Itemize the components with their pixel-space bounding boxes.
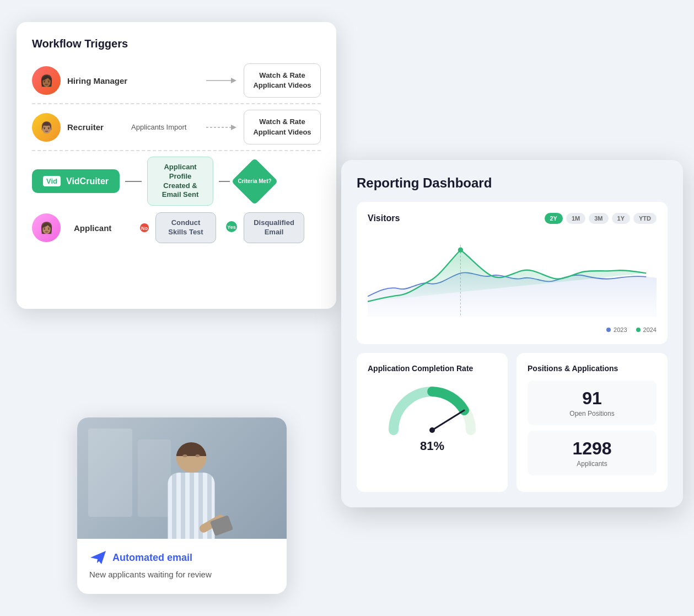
disqualified-box: Disqualified Email [244, 212, 304, 243]
legend-2024: 2024 [636, 326, 657, 333]
svg-marker-1 [231, 78, 236, 83]
chart-title: Visitors [368, 213, 400, 223]
applicant-avatar: 👩🏽 [32, 213, 61, 242]
applicants-number: 1298 [535, 438, 649, 459]
email-label-row: Automated email [89, 549, 275, 566]
svg-text:No: No [141, 226, 148, 231]
workflow-card: Workflow Triggers 👩🏾 Hiring Manager Watc… [17, 22, 336, 309]
visitors-chart-container: Visitors 2Y 1M 3M 1Y YTD [357, 202, 668, 344]
gauge-container: 81% [368, 381, 497, 453]
svg-text:Yes: Yes [227, 224, 236, 230]
applicant-row: 👩🏽 Applicant No Conduct Skills Test Yes … [32, 212, 321, 243]
svg-line-11 [432, 410, 464, 430]
workflow-title: Workflow Triggers [32, 38, 321, 50]
gauge-value: 81% [420, 439, 444, 453]
legend-2023: 2023 [606, 326, 627, 333]
vid-badge: Vid [43, 176, 61, 186]
applicants-label: Applicants [535, 460, 649, 468]
svg-marker-3 [231, 125, 236, 130]
dashboard-card: Reporting Dashboard Visitors 2Y 1M 3M 1Y… [341, 160, 683, 507]
vidcruiter-label: VidCruiter [66, 176, 109, 186]
recruiter-avatar: 👨🏽 [32, 113, 61, 142]
send-icon [89, 549, 107, 566]
divider-1 [32, 103, 321, 104]
positions-title: Positions & Applications [528, 364, 657, 373]
arrow-connector-2 [206, 119, 239, 136]
open-positions-label: Open Positions [535, 410, 649, 417]
person-figure [168, 442, 215, 539]
filter-1y[interactable]: 1Y [612, 213, 630, 224]
h-arrow-2 [219, 181, 230, 182]
positions-card: Positions & Applications 91 Open Positio… [517, 353, 668, 492]
applicant-profile-box: Applicant Profile Created & Email Sent [147, 157, 213, 206]
recruiter-row: 👨🏽 Recruiter Applicants Import Watch & R… [32, 110, 321, 144]
hiring-manager-row: 👩🏾 Hiring Manager Watch & Rate Applicant… [32, 63, 321, 98]
vidcruiter-row: Vid VidCruiter Applicant Profile Created… [32, 157, 321, 206]
chart-header: Visitors 2Y 1M 3M 1Y YTD [368, 213, 657, 224]
gauge-chart [383, 381, 482, 436]
email-subtitle: New applicants waiting for review [89, 570, 275, 579]
completion-title: Application Completion Rate [368, 364, 497, 373]
watch-rate-box-1: Watch & Rate Applicant Videos [244, 63, 321, 98]
photo-card: Automated email New applicants waiting f… [77, 417, 287, 594]
dashboard-bottom: Application Completion Rate 81% Positio [357, 353, 668, 492]
filter-3m[interactable]: 3M [589, 213, 608, 224]
filter-ytd[interactable]: YTD [633, 213, 657, 224]
vidcruiter-box: Vid VidCruiter [32, 169, 120, 193]
open-positions-stat: 91 Open Positions [528, 381, 657, 425]
chart-legend: 2023 2024 [368, 326, 657, 333]
applicants-stat: 1298 Applicants [528, 431, 657, 475]
legend-dot-2024 [636, 328, 641, 332]
photo-bottom: Automated email New applicants waiting f… [77, 539, 287, 589]
hiring-manager-label: Hiring Manager [67, 76, 127, 85]
email-title: Automated email [112, 552, 192, 564]
recruiter-label: Recruiter [67, 122, 122, 132]
chart-filters[interactable]: 2Y 1M 3M 1Y YTD [545, 213, 657, 224]
yes-badge: Yes [226, 221, 237, 232]
completion-rate-card: Application Completion Rate 81% [357, 353, 508, 492]
arrow-connector-1 [206, 72, 239, 89]
svg-point-12 [429, 427, 435, 433]
visitors-chart [368, 232, 657, 320]
yes-badge-area: Yes [226, 221, 237, 234]
photo-area [77, 417, 287, 539]
open-positions-number: 91 [535, 388, 649, 409]
watch-rate-box-2: Watch & Rate Applicant Videos [244, 110, 321, 144]
filter-1m[interactable]: 1M [566, 213, 585, 224]
legend-dot-2023 [606, 328, 611, 332]
applicant-label: Applicant [74, 223, 129, 233]
skills-test-box: Conduct Skills Test [155, 212, 216, 243]
filter-2y[interactable]: 2Y [545, 213, 563, 224]
no-badge: No [140, 223, 149, 232]
applicants-import-label: Applicants Import [131, 123, 186, 131]
divider-2 [32, 150, 321, 151]
criteria-diamond: Criteria Met? [238, 178, 272, 185]
dashboard-title: Reporting Dashboard [357, 175, 668, 191]
h-arrow-1 [125, 181, 142, 182]
hiring-manager-avatar: 👩🏾 [32, 66, 61, 95]
